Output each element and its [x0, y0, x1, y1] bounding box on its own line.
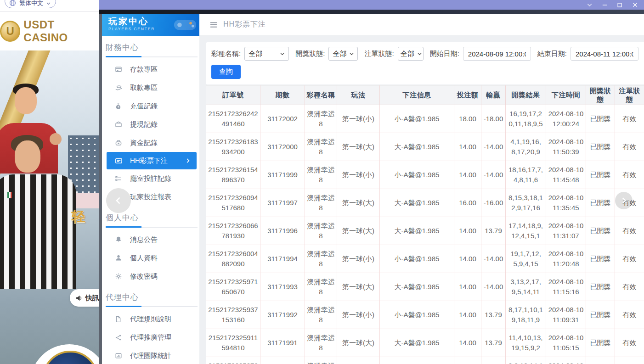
- table-cell: 已開獎: [586, 161, 615, 189]
- sidebar-item-change-password[interactable]: 修改密碼: [102, 267, 199, 286]
- draw-status-select[interactable]: 全部: [328, 47, 358, 61]
- sidebar-item-label: 個人資料: [130, 254, 158, 263]
- language-selector[interactable]: 繁体中文: [5, 0, 56, 8]
- chevron-right-icon: [619, 196, 629, 206]
- sidebar-item-profile[interactable]: 個人資料: [102, 249, 199, 267]
- section-title: 代理中心: [102, 292, 199, 302]
- table-cell: 13.79: [481, 301, 506, 329]
- carousel-next-button[interactable]: [615, 192, 633, 209]
- share-icon: [115, 334, 123, 341]
- end-date-input[interactable]: [571, 47, 638, 61]
- sidebar-item-label: 取款專區: [130, 84, 158, 92]
- language-bar: 繁体中文: [0, 0, 99, 12]
- table-row: 215217232600488209031171994澳洲幸运8第一球(小)小-…: [206, 245, 644, 273]
- sidebar-item-label: 玩家投注報表: [130, 193, 171, 202]
- table-cell: 澳洲幸运8: [305, 301, 337, 329]
- sidebar-item-deposit[interactable]: 存款專區: [102, 60, 199, 78]
- table-cell: 大-A盤@1.985: [380, 189, 454, 217]
- withdraw-hand-icon: [115, 84, 123, 92]
- maximize-icon[interactable]: [616, 1, 623, 9]
- close-icon[interactable]: [631, 1, 638, 9]
- deposit-card-icon: [115, 66, 123, 73]
- main-content: HH彩票下注 彩種名稱: 全部 開獎狀態: 全部 注單狀態: 全部: [199, 14, 644, 364]
- table-cell: 14.00: [454, 357, 481, 364]
- section-divider: [106, 227, 198, 228]
- table-cell: 16,19,17,20,11,18,9,5: [506, 105, 546, 133]
- sidebar-item-label: 修改密碼: [130, 272, 158, 281]
- titlebar-shadow-strip: [99, 10, 644, 14]
- table-cell: 2024-08-10 11:35:45: [546, 189, 586, 217]
- table-cell: 31171997: [260, 189, 305, 217]
- column-header: 訂單號: [206, 86, 260, 105]
- table-cell: -14.00: [481, 273, 506, 301]
- sidebar-item-agent-promotion[interactable]: 代理推廣管理: [102, 328, 199, 347]
- table-cell: 有效: [615, 301, 644, 329]
- table-cell: 第一球(小): [337, 245, 380, 273]
- minimize-icon[interactable]: [601, 1, 608, 9]
- table-cell: 4,1,19,16,8,17,20,9: [506, 133, 546, 161]
- table-cell: 2152172326066781930: [206, 217, 260, 245]
- table-cell: 有效: [615, 217, 644, 245]
- brand-bar: U USDT CASINO: [0, 12, 99, 50]
- table-cell: 大-A盤@1.985: [380, 217, 454, 245]
- end-date-label: 結束日期:: [537, 50, 567, 58]
- table-cell: 有效: [615, 273, 644, 301]
- table-cell: 已開獎: [586, 357, 615, 364]
- table-cell: 2152172325876846420: [206, 357, 260, 364]
- brand-name: USDT CASINO: [23, 18, 99, 44]
- news-ticker-label: 快訊:: [85, 294, 99, 302]
- sidebar-item-recharge-record[interactable]: 充值記錄: [102, 97, 199, 115]
- order-status-select[interactable]: 全部: [398, 47, 424, 61]
- column-header: 下注時間: [546, 86, 586, 105]
- chevron-down-icon[interactable]: [586, 1, 593, 9]
- sidebar-item-lottery-bet[interactable]: HH彩票下注: [107, 152, 197, 169]
- caret-down-icon: [349, 51, 354, 56]
- table-cell: -18.00: [481, 105, 506, 133]
- table-cell: 有效: [615, 133, 644, 161]
- table-cell: 澳洲幸运8: [305, 217, 337, 245]
- table-cell: 有效: [615, 161, 644, 189]
- table-cell: 2152172326154896370: [206, 161, 260, 189]
- sidebar-header: 玩家中心 PLAYERS CENTER: [102, 14, 199, 36]
- table-cell: 澳洲幸运8: [305, 357, 337, 364]
- table-row: 215217232593715316031171992澳洲幸运8第一球(小)小-…: [206, 301, 644, 329]
- table-cell: 第一球(小): [337, 357, 380, 364]
- table-cell: 16.00: [454, 189, 481, 217]
- start-date-input[interactable]: [463, 47, 531, 61]
- table-cell: 31171994: [260, 245, 305, 273]
- sidebar-collapse-button[interactable]: [106, 188, 131, 213]
- table-cell: 17,14,18,9,12,4,15,1: [506, 217, 546, 245]
- table-cell: 14.00: [454, 245, 481, 273]
- draw-status-label: 開獎狀態:: [295, 50, 325, 58]
- room-bet-list-icon: [115, 175, 123, 182]
- lottery-name-label: 彩種名稱:: [211, 50, 241, 58]
- lottery-name-value: 全部: [249, 50, 262, 58]
- table-cell: 14.00: [454, 133, 481, 161]
- table-cell: 大-A盤@1.985: [380, 273, 454, 301]
- sidebar-item-room-bet-record[interactable]: 廳室投註記錄: [102, 169, 199, 188]
- lottery-name-select[interactable]: 全部: [244, 47, 289, 61]
- table-cell: 18.00: [454, 105, 481, 133]
- sidebar-item-agent-team-stats[interactable]: 代理團隊統計: [102, 347, 199, 364]
- table-cell: 澳洲幸运8: [305, 329, 337, 357]
- sidebar-item-label: 代理推廣管理: [130, 333, 171, 342]
- sidebar-item-withdraw[interactable]: 取款專區: [102, 78, 199, 97]
- sidebar-item-announcements[interactable]: 消息公告: [102, 230, 199, 249]
- table-row: 215217232618393420031172000澳洲幸运8第一球(大)大-…: [206, 133, 644, 161]
- search-button[interactable]: 查詢: [211, 65, 241, 79]
- sidebar-item-cashout-record[interactable]: 提現記錄: [102, 115, 199, 134]
- sidebar-item-agent-rules[interactable]: 代理規則說明: [102, 310, 199, 328]
- sidebar-item-funds-record[interactable]: 資金記錄: [102, 134, 199, 152]
- column-header: 下注信息: [380, 86, 454, 105]
- table-cell: 澳洲幸运8: [305, 273, 337, 301]
- window-controls: [586, 1, 638, 9]
- table-cell: 2152172325911594810: [206, 329, 260, 357]
- column-header: 玩法: [337, 86, 380, 105]
- table-cell: 9,3,12,14,16,17,5,4: [506, 357, 546, 364]
- chevron-right-icon: [185, 157, 191, 164]
- sidebar-item-label: 代理規則說明: [130, 315, 171, 324]
- menu-icon[interactable]: [209, 21, 218, 29]
- table-cell: 31172002: [260, 105, 305, 133]
- table-cell: 已開獎: [586, 273, 615, 301]
- table-cell: 大-A盤@1.985: [380, 329, 454, 357]
